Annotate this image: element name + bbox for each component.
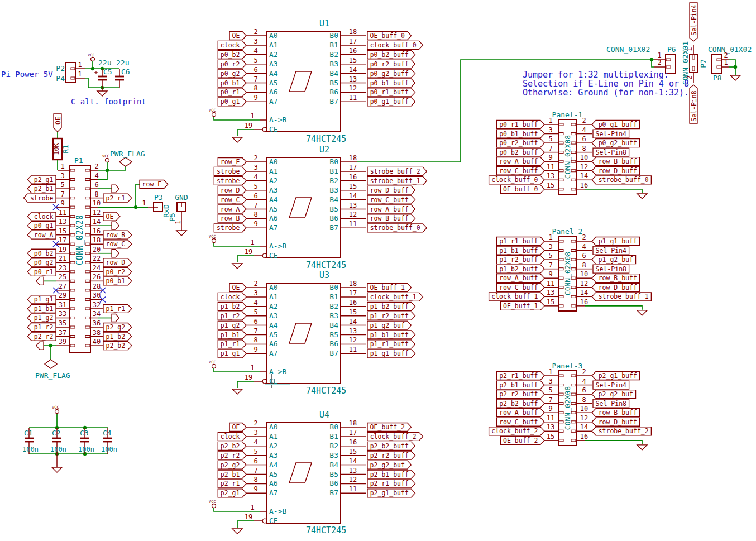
ic-u2[interactable]: U274HCT2452A0row_E18B03A1strobe17B1strob… [209,145,427,270]
global-label-text: p1_b1 [221,331,240,339]
pin-name: A->B [269,116,286,124]
vcc-symbol[interactable] [212,504,216,508]
pin-slot [571,286,576,289]
global-label-text: p2_b2 [106,342,126,350]
pin-name: B4 [329,321,338,329]
pin-number: 7 [548,396,552,404]
pwr-flag-label: PWR_FLAG [35,371,70,380]
decoupling-caps[interactable]: VCCC1100nC2100nC3100nC4100n [22,405,117,472]
pin-number: 27 [59,283,66,290]
pin-number: 9 [253,346,257,353]
pin-number: 3 [253,429,257,437]
connector-p1[interactable]: P1CONN_02X2012VCCPWR_FLAG34p2_g156p2_b17… [23,150,148,380]
ground-symbol[interactable] [232,137,242,142]
global-label-text: clock [221,433,240,441]
pin-number: 5 [253,56,257,64]
value: 100n [101,446,117,453]
ground-symbol[interactable] [637,445,647,450]
pin-number: 2 [253,419,257,427]
value: CONN_01X02 [708,45,752,54]
empty-global-label[interactable] [112,314,119,322]
pin-number: 13 [349,467,357,475]
pin-number: 6 [582,252,586,260]
pin-number: 9 [253,485,257,493]
connector-panel-1[interactable]: Panel-1CONN_02X081p0_r1_buff2p0_g1_buff3… [489,111,652,199]
pin-slot [85,289,90,291]
global-label-text: p2_g2_buf [370,461,405,469]
ic-u3[interactable]: U374HCT2452A0OE18B0OE_buff_13A1clock17B1… [209,270,423,396]
ic-u1[interactable]: U174HCT2452A0OE18B0OE_buff_03A1clock17B1… [209,18,423,144]
schematic-sheet[interactable]: U174HCT2452A0OE18B0OE_buff_03A1clock17B1… [0,0,756,541]
ground-symbol[interactable] [176,231,186,236]
global-label-text: row_D_buff [599,284,637,291]
pin-number: 15 [547,298,554,306]
pin-number: 16 [580,433,588,441]
global-label-text: p1_g2_buf [599,256,633,264]
global-label-text: row_D_buff [370,186,409,194]
pin-name: B6 [329,479,338,487]
pin-number: 9 [60,199,64,207]
pin-number: 15 [349,56,357,64]
ground-symbol[interactable] [637,194,647,199]
connector-p7[interactable]: CONN_02X01P712Sel-Pin4Sel-Pin8 [681,3,707,123]
schematic-canvas[interactable]: U174HCT2452A0OE18B0OE_buff_03A1clock17B1… [0,0,756,541]
ground-symbol[interactable] [730,75,740,80]
connector-body[interactable] [66,63,75,83]
wire[interactable] [585,441,642,444]
vcc-symbol[interactable] [212,239,216,243]
pin-name: A1 [269,41,278,49]
resistor-r1[interactable]: OE10KR1 [52,114,70,170]
ground-symbol[interactable] [97,91,107,96]
empty-global-label[interactable] [112,185,119,193]
pin-slot [571,151,576,154]
jumper-note[interactable]: Jumper for 1:32 multiplexing:Selection i… [523,70,689,98]
empty-global-label[interactable] [112,250,119,257]
vcc-symbol[interactable] [106,159,109,162]
global-label-text: OE [232,284,240,291]
connector-p3-p5[interactable]: row_E1P3RxDP5GND1 [136,180,188,236]
ic-u4[interactable]: U474HCT2452A0OE18B0OE_buff_23A1clock17B1… [209,410,423,535]
pin-slot [559,305,563,307]
empty-global-label[interactable] [36,342,44,350]
global-label-text: clock [221,41,240,49]
connector-panel-3[interactable]: Panel-3CONN_02X081p2_r1_buff2p2_g1_buff3… [489,362,652,450]
global-label-text: p1_g2 [221,322,240,329]
pin-name: B7 [329,97,338,106]
wire[interactable] [585,189,642,193]
pin-number: 5 [548,252,552,260]
pin-slot [85,216,90,218]
ground-symbol[interactable] [232,529,242,534]
connector-body[interactable] [712,54,722,74]
connector-body[interactable] [690,54,698,73]
pi-power[interactable]: Pi Power 5VC alt. footprintP2P411VCC22u2… [1,53,146,106]
vcc-symbol[interactable] [212,113,216,117]
ground-symbol[interactable] [232,264,242,269]
global-label-text: p1_r1 [221,340,240,348]
pin-slot [85,243,90,245]
pin-slot [85,317,90,319]
global-label-text: p1_b2 [221,303,240,310]
ground-symbol[interactable] [637,310,647,315]
empty-global-label[interactable] [112,222,119,229]
pwr-flag-symbol[interactable] [45,360,57,368]
pin-slot [666,66,671,68]
pin-number: 6 [253,66,257,74]
pin-number: 1 [250,238,254,246]
ground-symbol[interactable] [232,389,242,394]
connector-panel-2[interactable]: Panel-2CONN_02X081p1_r1_buff2p1_g1_buff3… [489,227,652,315]
wire[interactable] [585,306,642,310]
vcc-symbol[interactable] [55,410,59,414]
empty-global-label[interactable] [36,277,44,285]
global-label-text: p0_b1_buff [499,130,538,138]
pin-slot [70,206,75,208]
vcc-symbol[interactable] [91,58,95,61]
ground-symbol[interactable] [52,467,62,472]
pin-name: A->B [269,507,286,515]
wire[interactable] [98,170,107,180]
vcc-symbol[interactable] [212,365,216,368]
hysteresis-glyph [289,463,312,483]
global-label-text: Sel-Pin4 [596,381,626,389]
value: 22u [116,59,129,67]
connector-p8[interactable]: CONN_01X02P821 [708,45,752,82]
pwr-flag-symbol[interactable] [119,157,132,166]
